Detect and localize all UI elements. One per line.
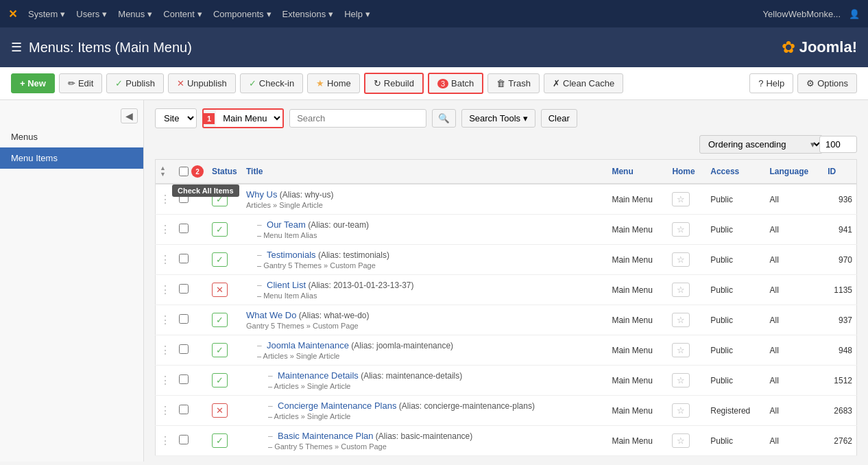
access-header[interactable]: Access [706,160,765,184]
home-star-button[interactable]: ☆ [672,403,690,418]
access-cell: Public [706,245,765,275]
drag-handle-icon[interactable]: ⋮ [160,374,171,386]
status-toggle-button[interactable]: ✓ [212,373,228,388]
rebuild-button[interactable]: ↻ Rebuild [364,73,424,94]
search-input[interactable] [289,109,426,128]
home-star-button[interactable]: ☆ [672,433,690,448]
drag-handle-icon[interactable]: ⋮ [160,435,171,446]
item-title-link[interactable]: Client List [267,280,306,290]
language-header[interactable]: Language [766,160,824,184]
help-button[interactable]: ? Help [749,73,793,93]
nav-extensions[interactable]: Extensions ▾ [282,9,334,19]
item-title-link[interactable]: Maintenance Details [278,370,359,381]
checkin-button[interactable]: ✓ Check-in [240,73,303,93]
item-subtitle: – Gantry 5 Themes » Custom Page [268,442,603,451]
options-button[interactable]: ⚙ Options [797,73,857,93]
search-tools-button[interactable]: Search Tools ▾ [461,109,535,128]
home-star-button[interactable]: ☆ [672,222,690,237]
edit-button[interactable]: ✏ Edit [59,73,102,93]
language-cell: All [766,184,824,215]
unpublish-button[interactable]: ✕ Unpublish [168,73,236,93]
check-all-checkbox[interactable] [179,167,189,176]
chevron-down-icon: ▾ [60,9,65,19]
status-toggle-button[interactable]: ✓ [212,252,228,267]
nav-users[interactable]: Users ▾ [76,9,107,19]
row-checkbox[interactable] [179,314,189,324]
nav-menus[interactable]: Menus ▾ [118,9,152,19]
home-star-button[interactable]: ☆ [672,313,690,327]
home-star-button[interactable]: ☆ [672,252,690,267]
row-checkbox[interactable] [179,435,189,444]
page-count-input[interactable] [819,136,857,153]
access-cell: Public [706,305,765,335]
title-cell: Why Us (Alias: why-us) Articles » Single… [242,184,607,215]
status-cell: ✓ [208,426,242,456]
trash-button[interactable]: 🗑 Trash [487,73,540,93]
search-button[interactable]: 🔍 [432,109,456,128]
item-title-link[interactable]: Why Us [246,189,278,200]
nav-help[interactable]: Help ▾ [344,9,370,19]
joomla-x-icon[interactable]: ✕ [8,8,17,21]
drag-handle-icon[interactable]: ⋮ [160,193,171,205]
home-button[interactable]: ★ Home [307,73,360,93]
home-star-button[interactable]: ☆ [672,283,690,297]
home-star-button[interactable]: ☆ [672,373,690,388]
home-header[interactable]: Home [668,160,706,184]
new-button[interactable]: + New [11,73,55,93]
item-title-link[interactable]: Concierge Maintenance Plans [278,401,396,411]
site-filter[interactable]: Site [155,108,197,128]
batch-button[interactable]: 3 Batch [428,73,483,94]
item-title-link[interactable]: Joomla Maintenance [267,340,349,350]
drag-handle-icon[interactable]: ⋮ [160,284,171,296]
drag-handle-icon[interactable]: ⋮ [160,224,171,235]
row-checkbox[interactable] [179,405,189,414]
clean-cache-button[interactable]: ✗ Clean Cache [544,73,623,93]
status-toggle-button[interactable]: ✕ [212,403,228,418]
status-header[interactable]: Status [208,160,242,184]
content-area: ◀ Menus Menu Items Site 1 Main Menu 🔍 [0,100,868,462]
status-toggle-button[interactable]: ✕ [212,283,228,297]
sidebar-toggle-button[interactable]: ◀ [121,108,138,123]
row-checkbox[interactable] [179,254,189,263]
sidebar: ◀ Menus Menu Items [0,100,144,462]
order-select[interactable]: Ordering ascending [699,135,823,154]
hamburger-icon[interactable]: ☰ [11,40,22,55]
nav-content[interactable]: Content ▾ [163,9,202,19]
nav-system[interactable]: System ▾ [28,9,65,19]
row-checkbox[interactable] [179,374,189,384]
gear-icon: ⚙ [806,78,815,88]
clear-button[interactable]: Clear [541,109,577,128]
user-menu[interactable]: YellowWebMonke... [763,9,841,19]
publish-button[interactable]: ✓ Publish [106,73,164,93]
status-toggle-button[interactable]: ✓ [212,222,228,237]
item-title-link[interactable]: What We Do [246,310,296,320]
item-alias: (Alias: testimonials) [318,250,389,260]
table-row: ⋮ ✓ Why Us (Alias: why-us) Articles » Si… [156,184,857,215]
row-checkbox[interactable] [179,224,189,233]
home-star-button[interactable]: ☆ [672,192,690,206]
status-toggle-button[interactable]: ✓ [212,343,228,357]
nav-components[interactable]: Components ▾ [213,9,272,19]
menu-header[interactable]: Menu [607,160,668,184]
item-title-link[interactable]: Testimonials [267,250,316,260]
status-toggle-button[interactable]: ✓ [212,313,228,327]
item-title-link[interactable]: Our Team [267,219,306,230]
row-checkbox[interactable] [179,284,189,294]
drag-handle-icon[interactable]: ⋮ [160,405,171,416]
user-icon[interactable]: 👤 [849,9,860,19]
sidebar-item-menus[interactable]: Menus [0,126,143,147]
sidebar-item-menu-items[interactable]: Menu Items [0,147,143,169]
title-header[interactable]: Title [242,160,607,184]
home-star-button[interactable]: ☆ [672,343,690,357]
drag-handle-icon[interactable]: ⋮ [160,314,171,326]
drag-handle-icon[interactable]: ⋮ [160,254,171,265]
item-title-link[interactable]: Basic Maintenance Plan [278,431,373,441]
sort-down-icon[interactable]: ▼ [160,171,166,178]
row-checkbox[interactable] [179,344,189,354]
table-row: ⋮ ✓ – Joomla Maintenance (Alias: joomla-… [156,335,857,366]
id-header[interactable]: ID [823,160,856,184]
menu-filter-select[interactable]: Main Menu [216,110,282,127]
drag-handle-icon[interactable]: ⋮ [160,344,171,356]
access-cell: Public [706,215,765,245]
status-toggle-button[interactable]: ✓ [212,433,228,448]
